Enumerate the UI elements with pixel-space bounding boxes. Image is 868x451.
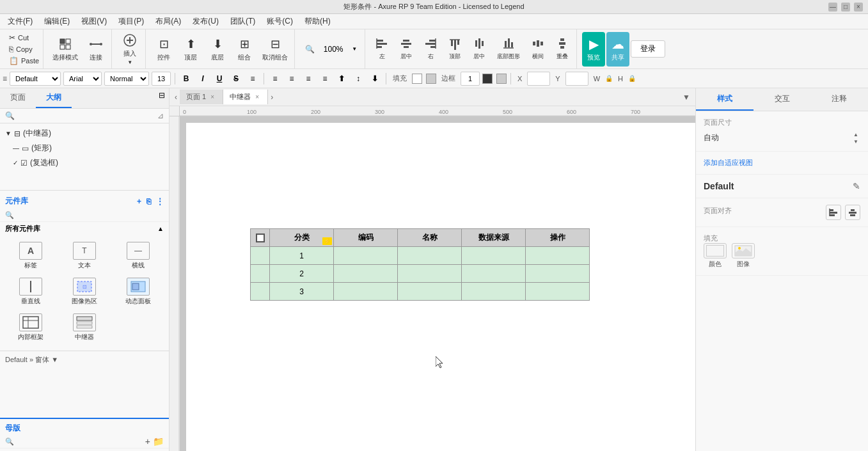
align-center-page-button[interactable] xyxy=(845,205,860,220)
controls-button[interactable]: ⊡ 控件 xyxy=(151,32,177,67)
align-center-v-button[interactable]: 居中 xyxy=(468,32,491,67)
minimize-button[interactable]: — xyxy=(828,3,837,12)
border-color-swatch[interactable] xyxy=(482,74,493,84)
select-mode-button[interactable]: 选择模式 xyxy=(49,32,82,67)
menu-edit[interactable]: 编辑(E) xyxy=(39,15,75,28)
copy-button[interactable]: ⎘ Copy xyxy=(8,44,40,54)
close-button[interactable]: × xyxy=(854,3,863,12)
align-right-button[interactable]: 右 xyxy=(419,32,442,67)
table-widget-container[interactable]: 分类 ⚡ 编码 名称 xyxy=(250,228,590,301)
table-header-name[interactable]: 名称 xyxy=(398,229,462,247)
component-hline[interactable]: — 横线 xyxy=(113,239,164,273)
master-search-input[interactable] xyxy=(17,438,143,445)
zoom-input[interactable] xyxy=(317,44,349,55)
component-search-input[interactable] xyxy=(17,212,164,219)
align-middle-text-button[interactable]: ↕ xyxy=(351,72,365,86)
zoom-dropdown-icon[interactable]: ▼ xyxy=(352,46,357,52)
page-size-up[interactable]: ▲ xyxy=(851,131,860,138)
table-header-datasource[interactable]: 数据来源 xyxy=(462,229,526,247)
maximize-button[interactable]: □ xyxy=(841,3,850,12)
ungroup-button[interactable]: ⊟ 取消组合 xyxy=(258,32,292,67)
add-component-icon[interactable]: + xyxy=(137,197,141,206)
component-dynamic-panel[interactable]: 动态面板 xyxy=(113,275,164,308)
distribute-v-button[interactable]: 重叠 xyxy=(551,32,574,67)
menu-view[interactable]: 视图(V) xyxy=(76,15,112,28)
align-left-button[interactable]: 左 xyxy=(370,32,393,67)
align-text-right-button[interactable]: ≡ xyxy=(301,72,315,86)
underline-button[interactable]: U xyxy=(212,72,226,86)
tree-item-rect[interactable]: — ▭ (矩形) xyxy=(0,141,169,155)
table-header-category[interactable]: 分类 ⚡ xyxy=(270,229,334,247)
distribute-h-button[interactable]: 横间 xyxy=(526,32,549,67)
outline-filter-button[interactable]: ⊟ xyxy=(155,88,169,108)
table-header-checkbox[interactable] xyxy=(251,229,270,247)
menu-project[interactable]: 项目(P) xyxy=(113,15,149,28)
menu-file[interactable]: 文件(F) xyxy=(3,15,38,28)
component-text[interactable]: T 文本 xyxy=(59,239,110,273)
fill-image-button[interactable] xyxy=(732,243,755,258)
align-text-center-button[interactable]: ≡ xyxy=(285,72,299,86)
align-text-justify-button[interactable]: ≡ xyxy=(318,72,332,86)
bottom-layer-button[interactable]: ⬇ 底层 xyxy=(205,32,230,67)
strikethrough-button[interactable]: S xyxy=(229,72,243,86)
canvas-viewport[interactable]: 分类 ⚡ 编码 名称 xyxy=(180,116,695,451)
component-hotspot[interactable]: ⊡ 图像热区 xyxy=(59,275,110,308)
cut-button[interactable]: ✂ Cut xyxy=(8,33,40,43)
menu-publish[interactable]: 发布(U) xyxy=(187,15,224,28)
component-label[interactable]: A 标签 xyxy=(5,239,56,273)
component-repeater[interactable]: 中继器 xyxy=(59,311,110,344)
tab-notes[interactable]: 注释 xyxy=(810,88,868,111)
outline-search-input[interactable] xyxy=(17,112,155,120)
edit-default-button[interactable]: ✎ xyxy=(853,181,860,191)
list-button[interactable]: ≡ xyxy=(246,72,260,86)
canvas-more-button[interactable]: ▼ xyxy=(680,93,693,102)
top-layer-button[interactable]: ⬆ 顶层 xyxy=(178,32,203,67)
canvas-tab-page1[interactable]: 页面 1 × xyxy=(180,90,223,104)
canvas-scroll-left[interactable]: ‹ xyxy=(172,93,180,102)
tab-style[interactable]: 样式 xyxy=(696,88,754,111)
component-library-header[interactable]: 元件库 + ⎘ ⋮ xyxy=(0,193,169,209)
close-tab-repeater[interactable]: × xyxy=(253,93,261,101)
table-header-code[interactable]: 编码 xyxy=(334,229,398,247)
zoom-control[interactable]: 🔍 ▼ xyxy=(300,42,362,56)
adaptive-view-link[interactable]: 添加自适应视图 xyxy=(704,159,753,166)
component-inline-frame[interactable]: 内部框架 xyxy=(5,311,56,344)
window-controls[interactable]: — □ × xyxy=(828,3,863,12)
menu-team[interactable]: 团队(T) xyxy=(225,15,260,28)
copy-component-icon[interactable]: ⎘ xyxy=(146,197,151,206)
paste-button[interactable]: 📋 Paste xyxy=(8,56,40,66)
canvas-scroll-right[interactable]: › xyxy=(268,93,276,102)
border-width-input[interactable] xyxy=(461,72,480,86)
header-checkbox[interactable] xyxy=(256,233,265,242)
fill-color-button[interactable] xyxy=(704,243,727,258)
font-size-input[interactable] xyxy=(152,72,171,86)
page-size-down[interactable]: ▼ xyxy=(851,138,860,145)
align-center-h-button[interactable]: 居中 xyxy=(395,32,418,67)
connect-button[interactable]: 连接 xyxy=(83,32,109,67)
close-tab-page1[interactable]: × xyxy=(209,93,216,101)
tab-interact[interactable]: 交互 xyxy=(754,88,811,111)
collapse-arrow[interactable]: ▲ xyxy=(157,225,164,232)
folder-master-button[interactable]: 📁 xyxy=(153,436,164,447)
x-input[interactable] xyxy=(527,72,550,86)
align-text-left-button[interactable]: ≡ xyxy=(268,72,282,86)
component-vline[interactable]: 垂直线 xyxy=(5,275,56,308)
align-top-button[interactable]: 顶部 xyxy=(443,32,466,67)
y-input[interactable] xyxy=(565,72,588,86)
canvas-tab-repeater[interactable]: 中继器 × xyxy=(223,90,268,104)
align-top-text-button[interactable]: ⬆ xyxy=(335,72,349,86)
table-header-action[interactable]: 操作 xyxy=(526,229,590,247)
align-bottom-text-button[interactable]: ⬇ xyxy=(368,72,382,86)
menu-account[interactable]: 账号(C) xyxy=(262,15,298,28)
preview-button[interactable]: ▶ 预览 xyxy=(582,32,605,67)
insert-button[interactable]: 插入 ▼ xyxy=(117,32,143,67)
menu-layout[interactable]: 布局(A) xyxy=(150,15,186,28)
align-left-page-button[interactable] xyxy=(826,205,841,220)
font-select[interactable]: Arial xyxy=(63,72,102,86)
italic-button[interactable]: I xyxy=(196,72,210,86)
align-bottom-button[interactable]: 底部图形 xyxy=(492,32,525,67)
bold-button[interactable]: B xyxy=(179,72,193,86)
border-color2-swatch[interactable] xyxy=(496,74,507,84)
tree-item-repeater[interactable]: ▼ ⊟ (中继器) xyxy=(0,126,169,141)
add-master-button[interactable]: + xyxy=(145,436,150,447)
